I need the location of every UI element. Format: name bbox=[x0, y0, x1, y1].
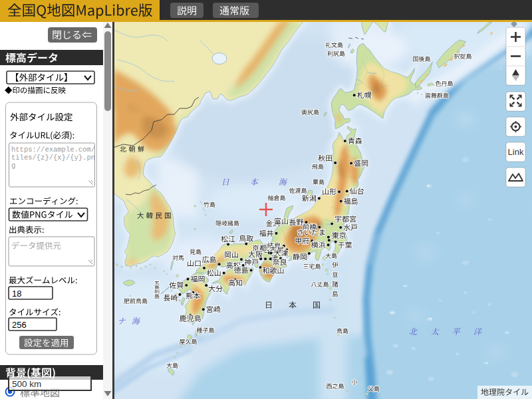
svg-text:256: 256 bbox=[12, 320, 27, 330]
svg-text:18: 18 bbox=[12, 289, 21, 299]
svg-text:Link: Link bbox=[508, 147, 524, 157]
svg-text:500 km: 500 km bbox=[12, 379, 41, 389]
